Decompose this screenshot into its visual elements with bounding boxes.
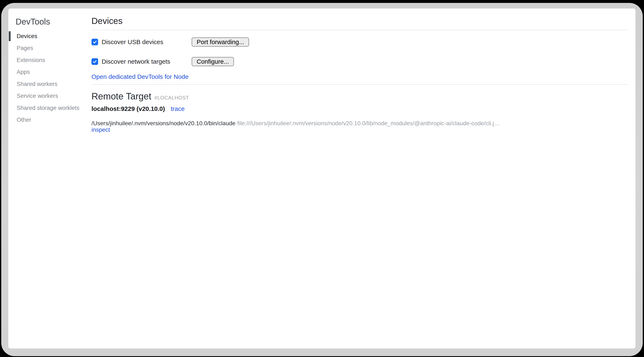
page-background: DevTools Devices Pages Extensions Apps S… [8,9,636,348]
sidebar-item-service-workers[interactable]: Service workers [16,90,92,102]
sidebar-item-devices[interactable]: Devices [16,30,92,42]
target-name: localhost:9229 (v20.10.0) [92,105,165,112]
sidebar-item-label: Shared workers [17,81,57,87]
sidebar-item-label: Devices [17,33,38,40]
target-details: /Users/jinhuilee/.nvm/versions/node/v20.… [92,120,628,133]
target-name-row: localhost:9229 (v20.10.0)trace [92,106,628,112]
page-title: Devices [92,16,628,26]
sidebar-item-label: Service workers [17,93,58,99]
trace-link[interactable]: trace [171,105,185,112]
sidebar-item-shared-storage-worklets[interactable]: Shared storage worklets [16,102,92,114]
sidebar: DevTools Devices Pages Extensions Apps S… [8,9,92,348]
discover-usb-checkbox[interactable] [92,39,98,45]
discover-usb-row: Discover USB devices Port forwarding... [92,38,628,47]
divider [92,30,628,30]
discover-network-checkbox[interactable] [92,58,98,65]
sidebar-nav: Devices Pages Extensions Apps Shared wor… [16,30,92,126]
app-window: DevTools Devices Pages Extensions Apps S… [1,3,643,356]
sidebar-item-label: Apps [17,69,30,75]
sidebar-item-label: Pages [17,45,33,51]
process-path: /Users/jinhuilee/.nvm/versions/node/v20.… [92,120,236,127]
divider [92,84,628,85]
sidebar-item-label: Shared storage worklets [17,105,80,111]
localhost-tag: #LOCALHOST [154,95,189,101]
discover-usb-label: Discover USB devices [102,39,164,46]
remote-target-header: Remote Target #LOCALHOST [92,91,628,101]
sidebar-item-extensions[interactable]: Extensions [16,54,92,66]
app-title: DevTools [16,17,92,26]
sidebar-item-pages[interactable]: Pages [16,42,92,54]
remote-target-title: Remote Target [92,91,151,101]
inspect-row: inspect [92,127,628,133]
module-url: file:///Users/jinhuilee/.nvm/versions/no… [238,120,500,127]
configure-button[interactable]: Configure... [192,57,234,66]
open-node-devtools-link[interactable]: Open dedicated DevTools for Node [92,74,188,80]
main-content: Devices Discover USB devices Port forwar… [92,9,628,133]
target-path-row: /Users/jinhuilee/.nvm/versions/node/v20.… [92,120,628,127]
sidebar-item-label: Other [17,117,31,123]
discover-network-label: Discover network targets [102,58,170,65]
inspect-link[interactable]: inspect [92,127,110,133]
port-forwarding-button[interactable]: Port forwarding... [192,38,249,47]
sidebar-item-shared-workers[interactable]: Shared workers [16,78,92,90]
sidebar-item-other[interactable]: Other [16,114,92,126]
sidebar-item-label: Extensions [17,57,45,64]
sidebar-item-apps[interactable]: Apps [16,66,92,78]
checkmark-icon [92,40,97,44]
checkmark-icon [92,59,97,64]
discover-network-row: Discover network targets Configure... [92,57,628,66]
